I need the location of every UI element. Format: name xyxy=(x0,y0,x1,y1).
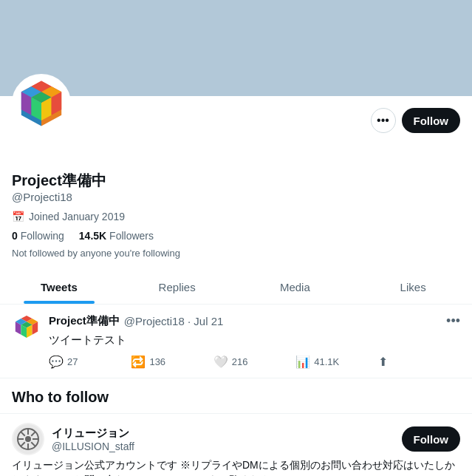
tweet-username: Project準備中 xyxy=(49,314,120,328)
reply-icon: 💬 xyxy=(49,355,64,369)
tab-replies[interactable]: Replies xyxy=(118,271,236,304)
like-action[interactable]: 🤍 216 xyxy=(213,355,295,369)
retweet-count: 136 xyxy=(149,356,165,367)
tweet-header: Project準備中 @Projecti18 · Jul 21 ••• xyxy=(49,313,460,329)
not-followed-text: Not followed by anyone you're following xyxy=(12,248,460,259)
more-button[interactable]: ••• xyxy=(371,108,396,133)
following-count: 0 xyxy=(12,230,18,242)
avatar xyxy=(12,74,71,133)
followers-stat[interactable]: 14.5K Followers xyxy=(79,230,154,242)
profile-banner xyxy=(0,0,472,96)
tab-media[interactable]: Media xyxy=(236,271,355,304)
tweet-actions: 💬 27 🔁 136 🤍 216 📊 41.1K ⬆ xyxy=(49,355,460,369)
suggestion-top: イリュージョン @ILLUSION_staff Follow xyxy=(12,423,460,455)
tab-tweets[interactable]: Tweets xyxy=(0,271,118,304)
views-action[interactable]: 📊 41.1K xyxy=(295,355,377,369)
tweet-avatar xyxy=(12,313,41,343)
profile-info: Project準備中 @Projecti18 📅 Joined January … xyxy=(0,133,472,268)
tweet-handle: @Projecti18 xyxy=(124,315,185,327)
like-count: 216 xyxy=(232,356,248,367)
tweet-body: Project準備中 @Projecti18 · Jul 21 ••• ツイート… xyxy=(49,313,460,369)
calendar-icon: 📅 xyxy=(12,211,24,222)
views-count: 41.1K xyxy=(314,356,339,367)
who-to-follow-section: Who to follow xyxy=(0,378,472,476)
suggestion-name: イリュージョン xyxy=(52,426,134,441)
suggestion-user: イリュージョン @ILLUSION_staff xyxy=(12,423,134,455)
follow-suggestion: イリュージョン @ILLUSION_staff Follow イリュージョン公式… xyxy=(0,414,472,476)
profile-handle: @Projecti18 xyxy=(12,191,460,203)
suggestion-handle: @ILLUSION_staff xyxy=(52,441,134,452)
profile-stats: 0 Following 14.5K Followers xyxy=(12,230,460,242)
tweet-handle-date: @Projecti18 · Jul 21 xyxy=(124,315,223,327)
tweet-text: ツイートテスト xyxy=(49,332,460,347)
who-to-follow-header: Who to follow xyxy=(0,378,472,414)
retweet-action[interactable]: 🔁 136 xyxy=(131,355,213,369)
share-icon: ⬆ xyxy=(378,355,388,369)
followers-label: Followers xyxy=(109,230,154,242)
profile-name: Project準備中 xyxy=(12,171,460,189)
like-icon: 🤍 xyxy=(213,355,228,369)
following-label: Following xyxy=(21,230,64,242)
profile-meta: 📅 Joined January 2019 xyxy=(12,211,460,222)
tweet-item: Project準備中 @Projecti18 · Jul 21 ••• ツイート… xyxy=(0,305,472,378)
suggestion-follow-button[interactable]: Follow xyxy=(402,426,461,452)
retweet-icon: 🔁 xyxy=(131,355,146,369)
views-icon: 📊 xyxy=(295,355,310,369)
reply-action[interactable]: 💬 27 xyxy=(49,355,131,369)
svg-point-21 xyxy=(25,436,31,442)
tweet-user: Project準備中 @Projecti18 · Jul 21 xyxy=(49,314,223,328)
tweet-date: Jul 21 xyxy=(194,315,223,327)
follow-button[interactable]: Follow xyxy=(402,108,461,133)
joined-text: Joined January 2019 xyxy=(29,211,125,222)
followers-count: 14.5K xyxy=(79,230,106,242)
share-action[interactable]: ⬆ xyxy=(378,355,460,369)
tweet-more-button[interactable]: ••• xyxy=(446,313,460,329)
tab-likes[interactable]: Likes xyxy=(354,271,472,304)
reply-count: 27 xyxy=(67,356,78,367)
suggestion-description: イリュージョン公式アカウントです ※リプライやDMによる個別のお問い合わせ対応は… xyxy=(12,458,460,476)
following-stat[interactable]: 0 Following xyxy=(12,230,64,242)
suggestion-avatar xyxy=(12,423,44,455)
suggestion-name-wrap: イリュージョン @ILLUSION_staff xyxy=(52,426,134,452)
profile-tabs: Tweets Replies Media Likes xyxy=(0,271,472,305)
